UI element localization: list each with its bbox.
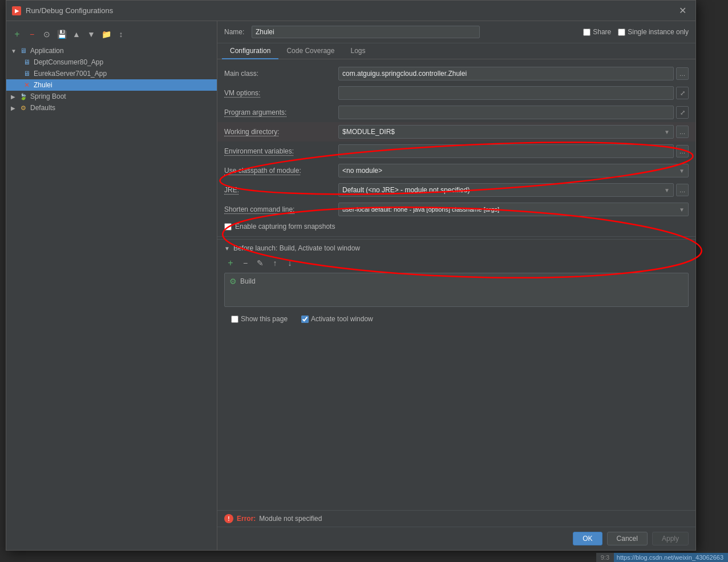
dialog-title: Run/Debug Configurations (26, 6, 113, 15)
working-dir-dropdown-arrow: ▼ (664, 129, 670, 135)
classpath-select[interactable]: <no module> ▼ (338, 164, 689, 177)
tree-item-application-label: Application (30, 47, 64, 55)
env-vars-browse-button[interactable]: … (676, 145, 689, 157)
sort-button[interactable]: ↕ (115, 28, 127, 41)
tabs-row: Configuration Code Coverage Logs (217, 43, 695, 59)
working-dir-input-area: $MODULE_DIR$ ▼ … (338, 125, 689, 139)
move-down-button[interactable]: ▼ (85, 28, 98, 41)
before-launch-collapse-arrow[interactable]: ▼ (224, 245, 230, 252)
working-dir-select[interactable]: $MODULE_DIR$ ▼ (338, 125, 674, 139)
vm-options-expand-button[interactable]: ⤢ (676, 87, 689, 99)
before-launch-section: ▼ Before launch: Build, Activate tool wi… (217, 239, 695, 331)
launch-item-build[interactable]: ⚙ Build (227, 276, 686, 287)
tree-item-springboot[interactable]: ▶ 🍃 Spring Boot (6, 91, 217, 102)
launch-item-build-label: Build (240, 277, 256, 285)
tree-item-deptconsumer80-label: DeptConsumer80_App (34, 58, 103, 66)
main-class-row: Main class: … (217, 64, 695, 83)
tab-configuration[interactable]: Configuration (222, 43, 278, 59)
tree-item-eurekaserver7001[interactable]: 🖥 EurekaServer7001_App (6, 68, 217, 79)
tree-item-zhulei[interactable]: ✕ Zhulei (6, 79, 217, 91)
share-label: Share (593, 28, 611, 36)
expand-arrow-defaults: ▶ (11, 105, 18, 111)
shorten-cmd-row: Shorten command line: user-local default… (217, 200, 695, 219)
move-up-button[interactable]: ▲ (70, 28, 83, 41)
tree-item-defaults[interactable]: ▶ ⚙ Defaults (6, 102, 217, 114)
classpath-value: <no module> (342, 167, 382, 175)
program-args-row: Program arguments: ⤢ (217, 103, 695, 122)
jre-label: JRE: (224, 186, 338, 194)
config-panel: Name: Share Single instance only Configu… (217, 21, 695, 550)
main-class-browse-button[interactable]: … (676, 67, 689, 80)
name-input[interactable] (252, 26, 480, 38)
before-launch-add-button[interactable]: + (224, 257, 237, 269)
jre-browse-button[interactable]: … (676, 184, 689, 196)
before-launch-header: ▼ Before launch: Build, Activate tool wi… (224, 244, 689, 252)
enable-snapshots-checkbox[interactable] (224, 223, 232, 231)
before-launch-down-button[interactable]: ↓ (284, 257, 296, 269)
before-launch-edit-button[interactable]: ✎ (254, 257, 266, 269)
url-bar: https://blog.csdn.net/weixin_43062663 (612, 553, 728, 562)
save-config-button[interactable]: 💾 (55, 28, 68, 41)
tree-item-deptconsumer80[interactable]: 🖥 DeptConsumer80_App (6, 56, 217, 68)
env-vars-row: Environment variables: … (217, 141, 695, 161)
single-instance-checkbox-label: Single instance only (618, 28, 689, 36)
app-title-icon: ▶ (12, 6, 21, 15)
share-checkbox-label: Share (583, 28, 611, 36)
working-dir-browse-button[interactable]: … (676, 126, 689, 138)
cancel-button[interactable]: Cancel (607, 532, 648, 545)
env-vars-input[interactable] (338, 144, 674, 158)
ide-left-strip (0, 0, 6, 562)
ok-button[interactable]: OK (573, 532, 602, 545)
deptconsumer-icon: 🖥 (22, 58, 31, 67)
before-launch-up-button[interactable]: ↑ (269, 257, 281, 269)
dialog-body: + − ⊙ 💾 ▲ ▼ 📁 ↕ ▼ 🖥 Application 🖥 DeptCo… (6, 21, 695, 550)
remove-config-button[interactable]: − (26, 28, 38, 41)
classpath-input-area: <no module> ▼ (338, 164, 689, 177)
tab-logs[interactable]: Logs (342, 43, 373, 59)
ide-right-strip (696, 0, 728, 562)
jre-select[interactable]: Default (<no JRE> - module not specified… (338, 183, 674, 197)
add-config-button[interactable]: + (11, 28, 23, 41)
close-button[interactable]: ✕ (676, 4, 690, 17)
show-page-label: Show this page (231, 315, 288, 323)
folder-button[interactable]: 📁 (100, 28, 112, 41)
application-icon: 🖥 (19, 46, 28, 55)
tree-item-eurekaserver7001-label: EurekaServer7001_App (34, 70, 107, 78)
program-args-input[interactable] (338, 106, 674, 119)
error-circle-icon: ! (224, 514, 233, 523)
activate-tool-window-text: Activate tool window (311, 315, 373, 323)
shorten-cmd-input-area: user-local default: none - java [options… (338, 203, 689, 216)
working-dir-row: Working directory: $MODULE_DIR$ ▼ … (217, 122, 695, 141)
main-class-input[interactable] (338, 67, 674, 80)
name-label: Name: (224, 28, 247, 36)
vm-options-label: VM options: (224, 89, 338, 97)
env-vars-input-area: … (338, 144, 689, 158)
show-page-checkbox[interactable] (231, 316, 238, 323)
copy-config-button[interactable]: ⊙ (41, 28, 53, 41)
springboot-icon: 🍃 (19, 92, 28, 101)
tree-toolbar: + − ⊙ 💾 ▲ ▼ 📁 ↕ (6, 26, 217, 45)
share-checkbox[interactable] (583, 29, 591, 36)
single-instance-checkbox[interactable] (618, 29, 625, 36)
classpath-label: Use classpath of module: (224, 167, 338, 175)
jre-row: JRE: Default (<no JRE> - module not spec… (217, 180, 695, 200)
tree-panel: + − ⊙ 💾 ▲ ▼ 📁 ↕ ▼ 🖥 Application 🖥 DeptCo… (6, 21, 217, 550)
program-args-label: Program arguments: (224, 108, 338, 116)
shorten-cmd-label: Shorten command line: (224, 205, 338, 213)
build-icon: ⚙ (229, 277, 237, 286)
expand-arrow-springboot: ▶ (11, 94, 18, 100)
shorten-cmd-select[interactable]: user-local default: none - java [options… (338, 203, 689, 216)
activate-tool-window-checkbox[interactable] (301, 316, 309, 323)
enable-snapshots-label: Enable capturing form snapshots (235, 223, 335, 231)
vm-options-input[interactable] (338, 86, 674, 100)
eurekaserver-icon: 🖥 (22, 69, 31, 78)
tree-item-application[interactable]: ▼ 🖥 Application (6, 45, 217, 56)
before-launch-remove-button[interactable]: − (239, 257, 252, 269)
working-dir-value: $MODULE_DIR$ (342, 128, 395, 136)
form-divider (217, 236, 695, 237)
before-launch-title: Before launch: Build, Activate tool wind… (233, 244, 360, 252)
classpath-dropdown-arrow: ▼ (679, 168, 685, 174)
apply-button[interactable]: Apply (652, 532, 689, 545)
tab-code-coverage[interactable]: Code Coverage (278, 43, 342, 59)
program-args-expand-button[interactable]: ⤢ (676, 106, 689, 119)
